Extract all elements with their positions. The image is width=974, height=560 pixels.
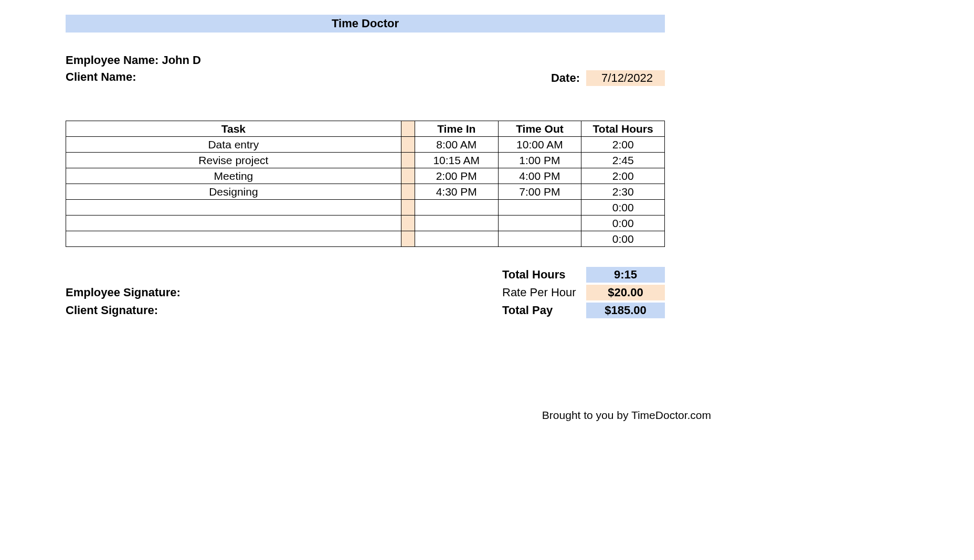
cell-timeout[interactable]: 4:00 PM [498,168,581,184]
total-pay-label: Total Pay [502,304,586,317]
cell-timein[interactable]: 8:00 AM [415,137,498,153]
cell-task[interactable] [66,200,401,216]
table-row: 0:00 [66,200,665,216]
rate-label: Rate Per Hour [502,286,586,299]
total-hours-label: Total Hours [502,268,586,282]
footer-text: Brought to you by TimeDoctor.com [542,409,711,421]
cell-task[interactable]: Meeting [66,168,401,184]
cell-timeout[interactable] [498,231,581,247]
cell-task[interactable]: Revise project [66,153,401,168]
rate-value[interactable]: $20.00 [586,285,665,300]
cell-timein[interactable] [415,216,498,231]
table-row: 0:00 [66,231,665,247]
cell-narrow[interactable] [401,200,415,216]
document-title: Time Doctor [66,15,665,33]
cell-total: 2:00 [581,168,665,184]
total-pay-value: $185.00 [586,303,665,318]
cell-timeout[interactable]: 7:00 PM [498,184,581,200]
table-row: 0:00 [66,216,665,231]
cell-timeout[interactable]: 10:00 AM [498,137,581,153]
cell-task[interactable] [66,231,401,247]
date-value[interactable]: 7/12/2022 [586,70,665,86]
col-header-timeout: Time Out [498,121,581,137]
cell-timein[interactable]: 2:00 PM [415,168,498,184]
cell-narrow[interactable] [401,231,415,247]
employee-signature-label: Employee Signature: [66,286,181,299]
table-row: Revise project10:15 AM1:00 PM2:45 [66,153,665,168]
cell-task[interactable]: Designing [66,184,401,200]
table-row: Designing4:30 PM7:00 PM2:30 [66,184,665,200]
table-row: Meeting2:00 PM4:00 PM2:00 [66,168,665,184]
employee-name: Employee Name: John D [66,53,201,67]
client-name-label: Client Name: [66,70,136,86]
cell-total: 2:45 [581,153,665,168]
date-label: Date: [551,71,580,85]
cell-timeout[interactable] [498,200,581,216]
col-header-task: Task [66,121,401,137]
cell-timein[interactable] [415,200,498,216]
cell-task[interactable]: Data entry [66,137,401,153]
cell-total: 0:00 [581,216,665,231]
cell-narrow[interactable] [401,216,415,231]
cell-narrow[interactable] [401,168,415,184]
cell-timeout[interactable] [498,216,581,231]
col-header-total: Total Hours [581,121,665,137]
cell-total: 2:00 [581,137,665,153]
total-hours-value: 9:15 [586,267,665,283]
cell-total: 2:30 [581,184,665,200]
cell-narrow[interactable] [401,153,415,168]
cell-task[interactable] [66,216,401,231]
col-header-timein: Time In [415,121,498,137]
timesheet-table: Task Time In Time Out Total Hours Data e… [66,121,665,247]
table-row: Data entry8:00 AM10:00 AM2:00 [66,137,665,153]
cell-timeout[interactable]: 1:00 PM [498,153,581,168]
cell-narrow[interactable] [401,137,415,153]
cell-total: 0:00 [581,231,665,247]
col-header-narrow [401,121,415,137]
cell-total: 0:00 [581,200,665,216]
table-header-row: Task Time In Time Out Total Hours [66,121,665,137]
cell-timein[interactable] [415,231,498,247]
cell-timein[interactable]: 4:30 PM [415,184,498,200]
cell-timein[interactable]: 10:15 AM [415,153,498,168]
cell-narrow[interactable] [401,184,415,200]
client-signature-label: Client Signature: [66,304,158,317]
